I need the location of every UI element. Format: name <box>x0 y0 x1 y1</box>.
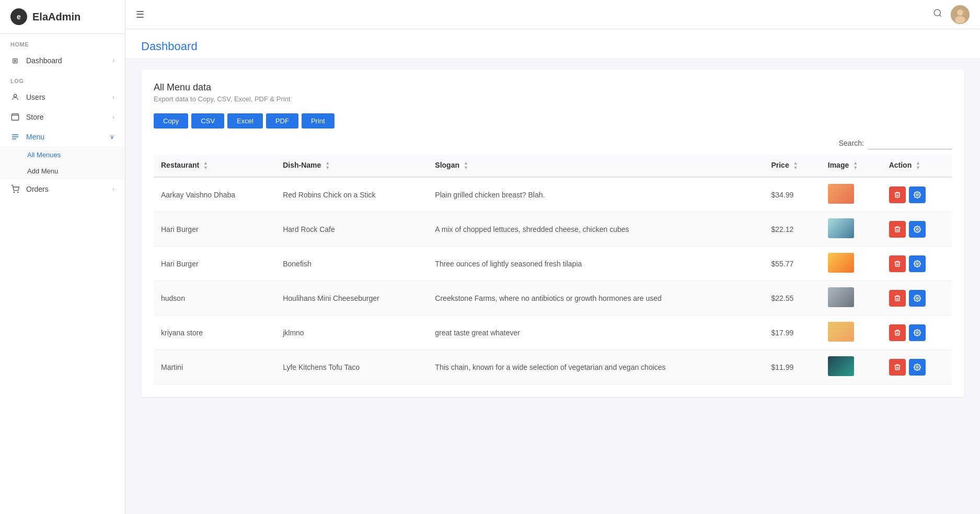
sidebar-label-users: Users <box>26 93 45 101</box>
cell-price: $22.12 <box>764 212 820 247</box>
action-buttons <box>889 221 944 238</box>
search-input[interactable] <box>868 137 952 149</box>
chevron-right-icon: › <box>112 113 114 121</box>
sort-arrows-restaurant: ▲▼ <box>203 161 208 170</box>
cell-image <box>821 316 882 350</box>
table-row: Martini Lyfe Kitchens Tofu Taco This cha… <box>154 350 952 384</box>
page-title: Dashboard <box>141 40 964 53</box>
dashboard-icon: ⊞ <box>10 56 20 65</box>
sidebar-item-all-menues[interactable]: All Menues <box>0 147 125 163</box>
page-header: Dashboard <box>125 29 980 59</box>
action-buttons <box>889 324 944 341</box>
action-buttons <box>889 186 944 203</box>
sidebar-section-home: HOME <box>0 34 125 51</box>
search-icon[interactable] <box>933 8 942 20</box>
cell-slogan: Creekstone Farms, where no antibiotics o… <box>428 281 764 316</box>
edit-button-4[interactable] <box>909 324 926 341</box>
cell-action <box>882 316 952 350</box>
cell-restaurant: kriyana store <box>154 316 275 350</box>
svg-point-8 <box>955 16 965 24</box>
cell-slogan: Three ounces of lightly seasoned fresh t… <box>428 247 764 281</box>
delete-button-5[interactable] <box>889 359 906 376</box>
sidebar-label-dashboard: Dashboard <box>26 56 62 65</box>
cell-action <box>882 281 952 316</box>
hamburger-icon[interactable]: ☰ <box>136 9 144 20</box>
table-row: kriyana store jklmno great taste great w… <box>154 316 952 350</box>
cell-price: $17.99 <box>764 316 820 350</box>
table-row: Aarkay Vaishno Dhaba Red Robins Chick on… <box>154 177 952 212</box>
sort-arrows-dish: ▲▼ <box>325 161 330 170</box>
copy-button[interactable]: Copy <box>154 113 188 128</box>
csv-button[interactable]: CSV <box>191 113 224 128</box>
svg-point-3 <box>18 192 18 192</box>
edit-button-2[interactable] <box>909 255 926 272</box>
users-icon <box>10 92 20 102</box>
sidebar-item-store[interactable]: Store › <box>0 107 125 127</box>
cell-action <box>882 247 952 281</box>
edit-button-5[interactable] <box>909 359 926 376</box>
sidebar-item-orders[interactable]: Orders › <box>0 179 125 199</box>
sidebar: e ElaAdmin HOME ⊞ Dashboard › LOG Users … <box>0 0 125 514</box>
main-card: All Menu data Export data to Copy, CSV, … <box>141 69 964 397</box>
cell-action <box>882 177 952 212</box>
excel-button[interactable]: Excel <box>227 113 263 128</box>
menu-submenu: All Menues Add Menu <box>0 147 125 179</box>
sidebar-item-menu[interactable]: Menu ∨ <box>0 127 125 147</box>
table-row: Hari Burger Hard Rock Cafe A mix of chop… <box>154 212 952 247</box>
store-icon <box>10 112 20 122</box>
svg-rect-1 <box>11 115 18 120</box>
delete-button-4[interactable] <box>889 324 906 341</box>
cell-image <box>821 177 882 212</box>
delete-button-0[interactable] <box>889 186 906 203</box>
cell-slogan: A mix of chopped lettuces, shredded chee… <box>428 212 764 247</box>
cell-dish-name: jklmno <box>275 316 428 350</box>
sidebar-section-log: LOG <box>0 71 125 87</box>
col-action: Action ▲▼ <box>882 155 952 177</box>
cell-dish-name: Lyfe Kitchens Tofu Taco <box>275 350 428 384</box>
sidebar-item-users[interactable]: Users › <box>0 87 125 107</box>
col-restaurant[interactable]: Restaurant ▲▼ <box>154 155 275 177</box>
cell-restaurant: Aarkay Vaishno Dhaba <box>154 177 275 212</box>
cell-price: $11.99 <box>764 350 820 384</box>
col-slogan[interactable]: Slogan ▲▼ <box>428 155 764 177</box>
cell-restaurant: hudson <box>154 281 275 316</box>
logo: e ElaAdmin <box>0 0 125 34</box>
svg-point-2 <box>14 192 14 192</box>
print-button[interactable]: Print <box>302 113 335 128</box>
svg-point-11 <box>916 263 918 265</box>
delete-button-1[interactable] <box>889 221 906 238</box>
sidebar-item-add-menu[interactable]: Add Menu <box>0 163 125 179</box>
sidebar-label-orders: Orders <box>26 185 49 193</box>
col-price[interactable]: Price ▲▼ <box>764 155 820 177</box>
table-row: Hari Burger Bonefish Three ounces of lig… <box>154 247 952 281</box>
sidebar-item-dashboard[interactable]: ⊞ Dashboard › <box>0 51 125 71</box>
orders-icon <box>10 184 20 194</box>
dish-image-0 <box>828 184 854 204</box>
col-dish-name[interactable]: Dish-Name ▲▼ <box>275 155 428 177</box>
cell-restaurant: Hari Burger <box>154 212 275 247</box>
menu-icon <box>10 132 20 142</box>
edit-button-0[interactable] <box>909 186 926 203</box>
main-wrapper: ☰ Dashboard All Menu data Export data to… <box>125 0 980 514</box>
col-image[interactable]: Image ▲▼ <box>821 155 882 177</box>
table-header-row: Restaurant ▲▼ Dish-Name ▲▼ Slogan ▲▼ P <box>154 155 952 177</box>
content-area: All Menu data Export data to Copy, CSV, … <box>125 59 980 514</box>
avatar[interactable] <box>951 5 970 24</box>
svg-point-9 <box>916 194 918 196</box>
edit-button-1[interactable] <box>909 221 926 238</box>
delete-button-3[interactable] <box>889 290 906 307</box>
chevron-right-icon: › <box>112 185 114 193</box>
logo-icon: e <box>10 8 27 25</box>
cell-price: $55.77 <box>764 247 820 281</box>
svg-point-0 <box>14 95 16 97</box>
dish-image-4 <box>828 322 854 342</box>
edit-button-3[interactable] <box>909 290 926 307</box>
pdf-button[interactable]: PDF <box>266 113 298 128</box>
cell-image <box>821 247 882 281</box>
cell-restaurant: Martini <box>154 350 275 384</box>
chevron-right-icon: › <box>112 94 114 101</box>
cell-price: $22.55 <box>764 281 820 316</box>
action-buttons <box>889 359 944 376</box>
table-body: Aarkay Vaishno Dhaba Red Robins Chick on… <box>154 177 952 384</box>
delete-button-2[interactable] <box>889 255 906 272</box>
